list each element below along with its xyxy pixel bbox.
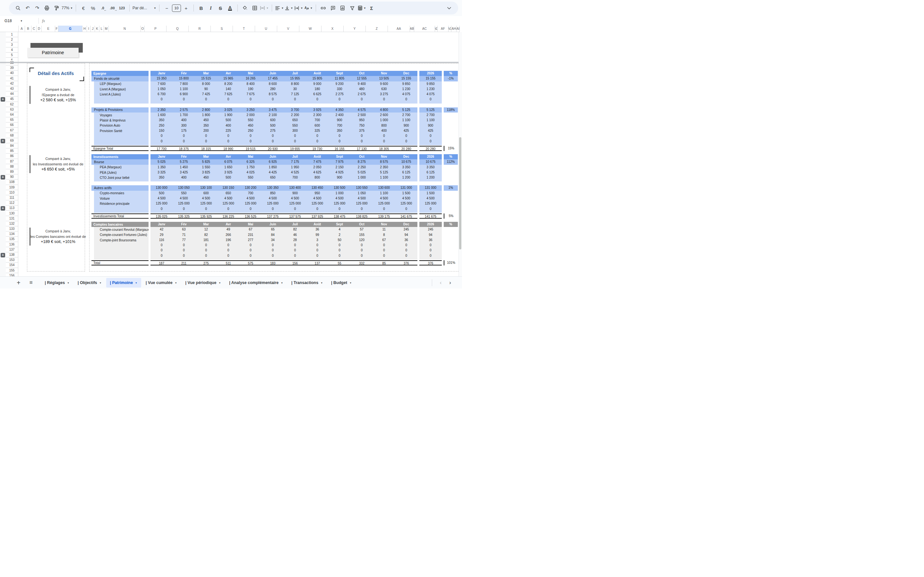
value-cell[interactable]: 0 xyxy=(173,133,195,139)
row-label-cell[interactable]: Projets & Provisions xyxy=(91,107,149,113)
column-header[interactable]: N xyxy=(109,26,141,32)
value-cell[interactable]: 211 xyxy=(173,261,195,265)
value-cell[interactable]: 0 xyxy=(328,248,351,253)
value-cell[interactable]: 0 xyxy=(351,206,373,211)
value-cell[interactable]: 2 500 xyxy=(351,113,373,118)
row-label-cell[interactable]: Compte-joint Boursorama xyxy=(91,237,149,243)
value-cell[interactable]: 1 500 xyxy=(395,191,417,196)
value-cell[interactable]: 575 xyxy=(239,261,262,265)
percent-cell[interactable] xyxy=(444,227,458,232)
value-cell[interactable]: 82 xyxy=(284,227,306,232)
row-header[interactable]: 3 xyxy=(6,42,18,47)
value-cell[interactable] xyxy=(239,102,262,103)
row-label-cell[interactable] xyxy=(91,243,149,248)
value-cell[interactable]: 12 555 xyxy=(351,76,373,81)
value-cell[interactable]: Mar xyxy=(195,154,217,159)
value-cell[interactable]: 0 xyxy=(239,206,262,211)
column-header[interactable]: Q xyxy=(166,26,189,32)
value-cell[interactable]: 3 250 xyxy=(239,107,262,113)
year-total-cell[interactable]: 4 075 xyxy=(419,92,442,97)
value-cell[interactable]: 131 000 xyxy=(395,185,417,190)
value-cell[interactable]: 15 805 xyxy=(306,76,328,81)
value-cell[interactable]: 125 000 xyxy=(239,201,262,206)
value-cell[interactable] xyxy=(262,102,284,103)
value-cell[interactable]: 6 700 xyxy=(150,92,173,97)
value-cell[interactable]: 8 575 xyxy=(373,159,395,164)
value-cell[interactable]: 900 xyxy=(328,175,351,180)
value-cell[interactable]: 0 xyxy=(351,253,373,258)
value-cell[interactable]: 4 500 xyxy=(395,196,417,201)
value-cell[interactable] xyxy=(306,211,328,213)
value-cell[interactable]: 140 xyxy=(217,87,239,92)
value-cell[interactable]: 376 xyxy=(395,261,417,265)
value-cell[interactable] xyxy=(262,144,284,145)
value-cell[interactable]: 4 500 xyxy=(195,196,217,201)
value-cell[interactable]: 0 xyxy=(306,206,328,211)
value-cell[interactable]: 0 xyxy=(306,139,328,144)
column-header[interactable]: J xyxy=(91,26,95,32)
value-cell[interactable]: Mai xyxy=(239,71,262,76)
row-label-cell[interactable]: PEA (Margaux) xyxy=(91,165,149,170)
value-cell[interactable] xyxy=(262,258,284,259)
value-cell[interactable]: 700 xyxy=(328,123,351,128)
value-cell[interactable]: 6 925 xyxy=(262,159,284,164)
borders-button[interactable] xyxy=(250,3,259,13)
value-cell[interactable]: 0 xyxy=(306,243,328,248)
value-cell[interactable]: 125 000 xyxy=(284,201,306,206)
value-cell[interactable]: 137 275 xyxy=(262,214,284,218)
value-cell[interactable] xyxy=(173,180,195,181)
year-total-cell[interactable]: 131 000 xyxy=(419,185,442,190)
value-cell[interactable]: 15 155 xyxy=(395,76,417,81)
value-cell[interactable]: 0 xyxy=(284,243,306,248)
row-label-cell[interactable]: Investissements Total xyxy=(91,213,149,219)
search-button[interactable] xyxy=(13,3,23,13)
row-header[interactable]: 111 xyxy=(6,195,18,200)
value-cell[interactable]: 0 xyxy=(195,133,217,139)
scroll-tabs-right-button[interactable]: › xyxy=(449,279,451,286)
value-cell[interactable] xyxy=(284,211,306,213)
value-cell[interactable]: 135 925 xyxy=(195,214,217,218)
year-total-cell[interactable] xyxy=(419,102,442,103)
horizontal-align-button[interactable]: ▼ xyxy=(275,3,284,13)
page-title[interactable]: Patrimoine xyxy=(27,48,79,57)
year-total-cell[interactable]: 2026 xyxy=(419,222,442,227)
value-cell[interactable]: 2 xyxy=(328,232,351,237)
row-label-cell[interactable] xyxy=(91,102,149,103)
row-label-cell[interactable]: Epargne Total xyxy=(91,146,149,151)
value-cell[interactable]: 700 xyxy=(306,118,328,123)
sheet-tab[interactable]: | Vue cumulée▼ xyxy=(142,278,181,287)
value-cell[interactable]: 900 xyxy=(328,118,351,123)
value-cell[interactable]: 0 xyxy=(150,133,173,139)
column-header[interactable]: AI xyxy=(457,26,460,32)
year-total-cell[interactable]: 15 155 xyxy=(419,76,442,81)
value-cell[interactable]: 700 xyxy=(239,191,262,196)
percent-cell[interactable] xyxy=(444,196,458,201)
value-cell[interactable]: 125 000 xyxy=(262,201,284,206)
percent-cell[interactable] xyxy=(444,191,458,196)
text-wrap-button[interactable]: ▼ xyxy=(294,3,303,13)
value-cell[interactable]: 0 xyxy=(395,206,417,211)
value-cell[interactable]: 2 675 xyxy=(351,92,373,97)
value-cell[interactable]: 17 700 xyxy=(150,147,173,150)
value-cell[interactable]: 4 500 xyxy=(351,196,373,201)
value-cell[interactable]: Oct xyxy=(351,71,373,76)
value-cell[interactable]: 67 xyxy=(239,227,262,232)
row-header[interactable]: 4 xyxy=(6,47,18,53)
percent-cell[interactable] xyxy=(444,211,458,213)
row-header[interactable]: 88 xyxy=(6,164,18,169)
create-filter-button[interactable] xyxy=(348,3,357,13)
year-total-cell[interactable]: 376 xyxy=(419,260,442,266)
value-cell[interactable]: 450 xyxy=(195,175,217,180)
value-cell[interactable]: 6 900 xyxy=(173,92,195,97)
decrease-decimals-button[interactable]: .0← xyxy=(98,3,107,13)
italic-button[interactable]: I xyxy=(206,3,215,13)
value-cell[interactable]: 4 500 xyxy=(173,196,195,201)
value-cell[interactable]: 4 625 xyxy=(306,170,328,175)
value-cell[interactable]: 0 xyxy=(351,133,373,139)
row-label-cell[interactable]: Provision Santé xyxy=(91,128,149,133)
year-total-cell[interactable]: 2026 xyxy=(419,154,442,159)
value-cell[interactable]: 2 000 xyxy=(239,113,262,118)
row-label-cell[interactable]: Provision Auto xyxy=(91,123,149,128)
value-cell[interactable]: 2 050 xyxy=(306,165,328,170)
value-cell[interactable] xyxy=(150,211,173,213)
